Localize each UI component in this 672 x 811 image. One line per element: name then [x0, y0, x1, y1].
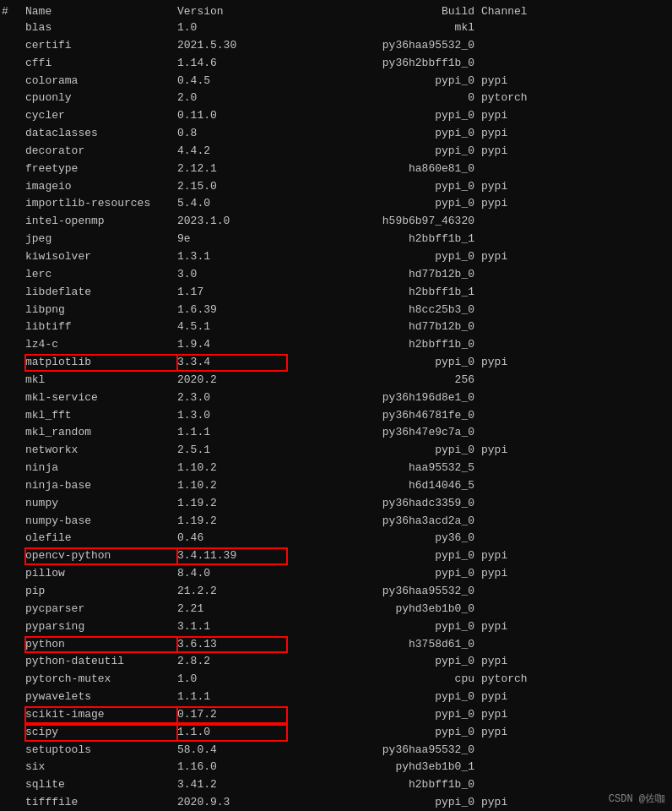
row-name: olefile: [25, 531, 177, 547]
header-channel: Channel: [481, 5, 566, 18]
row-channel: [481, 743, 566, 759]
row-channel: pypi: [481, 196, 566, 212]
row-num: [2, 478, 25, 494]
row-channel: pypi: [481, 689, 566, 705]
row-num: [2, 637, 25, 653]
row-build: h59b6b97_46320: [287, 214, 481, 230]
row-build: py36ha3acd2a_0: [287, 514, 481, 530]
row-name: ninja: [25, 460, 177, 476]
header-version: Version: [177, 5, 287, 18]
row-num: [2, 689, 25, 705]
row-num: [2, 144, 25, 160]
table-row: networkx 2.5.1 pypi_0 pypi: [2, 442, 670, 460]
row-version: 3.41.2: [177, 777, 287, 793]
table-row: colorama 0.4.5 pypi_0 pypi: [2, 73, 670, 90]
row-channel: [481, 302, 566, 318]
row-version: 2.0: [177, 90, 287, 106]
row-version: 2020.2: [177, 373, 287, 389]
row-num: [2, 319, 25, 335]
row-channel: [481, 390, 566, 406]
row-version: 0.4.5: [177, 73, 287, 90]
row-name: numpy-base: [25, 514, 177, 530]
row-num: [2, 390, 25, 406]
row-num: [2, 777, 25, 793]
row-version: 21.2.2: [177, 584, 287, 600]
table-row: numpy-base 1.19.2 py36ha3acd2a_0: [2, 513, 670, 531]
table-row: jpeg 9e h2bbff1b_1: [2, 231, 670, 248]
row-num: [2, 531, 25, 547]
table-row: importlib-resources 5.4.0 pypi_0 pypi: [2, 195, 670, 213]
row-build: py36h2bbff1b_0: [287, 56, 481, 72]
row-version: 3.6.13: [177, 637, 287, 653]
row-version: 2.8.2: [177, 654, 287, 670]
table-row: pip 21.2.2 py36haa95532_0: [2, 583, 670, 601]
row-num: [2, 548, 25, 564]
table-row: dataclasses 0.8 pypi_0 pypi: [2, 125, 670, 143]
row-name: freetype: [25, 161, 177, 177]
row-version: 1.3.1: [177, 249, 287, 265]
row-num: [2, 267, 25, 283]
row-name: decorator: [25, 144, 177, 160]
row-name: pycparser: [25, 601, 177, 618]
table-body: blas 1.0 mkl certifi 2021.5.30 py36haa95…: [2, 19, 670, 811]
row-build: h2bbff1b_0: [287, 777, 481, 793]
row-num: [2, 759, 25, 776]
row-num: [2, 108, 25, 124]
row-build: 0: [287, 90, 481, 106]
row-name: scikit-image: [25, 707, 177, 723]
row-build: h8cc25b3_0: [287, 302, 481, 318]
row-channel: [481, 38, 566, 54]
row-name: colorama: [25, 73, 177, 90]
row-build: pypi_0: [287, 179, 481, 195]
row-num: [2, 408, 25, 424]
table-row: sqlite 3.41.2 h2bbff1b_0: [2, 776, 670, 794]
row-build: pypi_0: [287, 707, 481, 723]
row-num: [2, 249, 25, 265]
row-channel: [481, 214, 566, 230]
row-version: 1.0: [177, 20, 287, 36]
row-num: [2, 73, 25, 90]
row-num: [2, 355, 25, 371]
row-version: 8.4.0: [177, 566, 287, 582]
table-row: scipy 1.1.0 pypi_0 pypi: [2, 724, 670, 742]
row-build: pypi_0: [287, 548, 481, 564]
row-version: 0.8: [177, 126, 287, 142]
table-row: libpng 1.6.39 h8cc25b3_0: [2, 302, 670, 319]
table-row: imageio 2.15.0 pypi_0 pypi: [2, 178, 670, 196]
row-build: h6d14046_5: [287, 478, 481, 494]
row-num: [2, 56, 25, 72]
row-channel: [481, 319, 566, 335]
row-name: lerc: [25, 267, 177, 283]
table-row: ninja-base 1.10.2 h6d14046_5: [2, 477, 670, 495]
row-name: ninja-base: [25, 478, 177, 494]
row-build: hd77b12b_0: [287, 267, 481, 283]
row-channel: pypi: [481, 144, 566, 160]
table-row: intel-openmp 2023.1.0 h59b6b97_46320: [2, 213, 670, 231]
row-build: pypi_0: [287, 566, 481, 582]
row-num: [2, 337, 25, 353]
row-build: pypi_0: [287, 144, 481, 160]
row-version: 1.16.0: [177, 759, 287, 776]
row-version: 1.1.1: [177, 425, 287, 441]
row-name: sqlite: [25, 777, 177, 793]
row-name: cpuonly: [25, 90, 177, 106]
row-num: [2, 38, 25, 54]
row-build: py36h196d8e1_0: [287, 390, 481, 406]
row-name: cffi: [25, 56, 177, 72]
row-channel: [481, 56, 566, 72]
row-build: py36haa95532_0: [287, 38, 481, 54]
row-version: 1.10.2: [177, 478, 287, 494]
header-num: #: [2, 5, 25, 18]
row-channel: [481, 637, 566, 653]
row-version: 2023.1.0: [177, 214, 287, 230]
row-version: 2.15.0: [177, 179, 287, 195]
row-version: 2.3.0: [177, 390, 287, 406]
row-version: 4.5.1: [177, 319, 287, 335]
row-num: [2, 179, 25, 195]
row-channel: pypi: [481, 179, 566, 195]
row-name: six: [25, 759, 177, 776]
row-name: libdeflate: [25, 285, 177, 301]
row-build: py36hadc3359_0: [287, 496, 481, 512]
row-channel: [481, 514, 566, 530]
table-row: blas 1.0 mkl: [2, 19, 670, 37]
